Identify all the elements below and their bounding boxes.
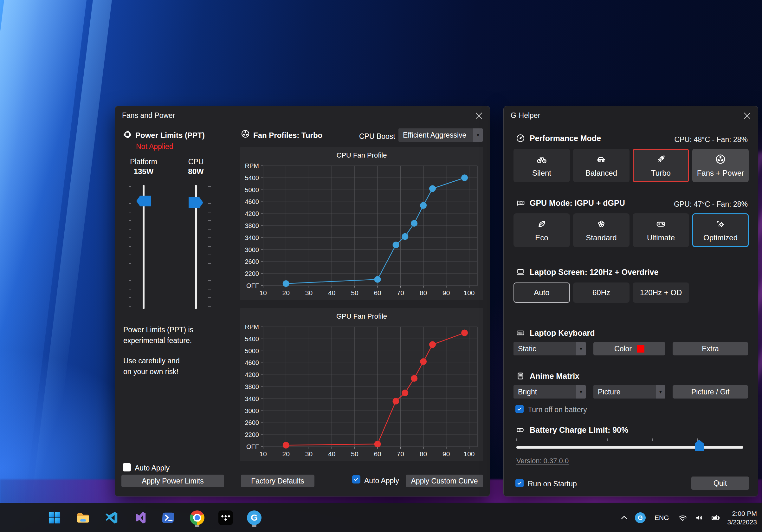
- svg-text:80: 80: [420, 289, 427, 296]
- apply-custom-curve-button[interactable]: Apply Custom Curve: [406, 475, 483, 487]
- file-explorer-button[interactable]: [73, 507, 93, 528]
- run-on-startup-checkbox[interactable]: [515, 479, 524, 487]
- mode-button-silent[interactable]: Silent: [513, 149, 570, 182]
- clock[interactable]: 2:00 PM 3/23/2023: [727, 509, 757, 526]
- platform-slider-thumb[interactable]: [136, 195, 151, 206]
- ghelper-taskbar-button[interactable]: G: [244, 507, 265, 528]
- chrome-button[interactable]: [187, 507, 207, 528]
- rocket-icon: [655, 153, 667, 165]
- chevron-up-icon[interactable]: [620, 514, 628, 521]
- chevron-down-icon[interactable]: ▼: [576, 385, 586, 399]
- laptop-icon: [516, 267, 525, 277]
- cpu-label: CPU: [174, 158, 218, 166]
- matrix-picture-gif-button[interactable]: Picture / Gif: [673, 385, 748, 399]
- gpu-button-label: Eco: [535, 233, 548, 242]
- matrix-grid-icon: [516, 371, 525, 381]
- power-limits-heading: Power Limits (PPT): [135, 131, 205, 140]
- terminal-button[interactable]: [159, 507, 179, 528]
- battery-heading-row: Battery Charge Limit: 90%: [516, 425, 628, 435]
- matrix-brightness-dropdown[interactable]: Bright ▼: [513, 385, 586, 399]
- screen-button-60hz[interactable]: 60Hz: [573, 282, 630, 303]
- chip-icon: [123, 130, 132, 139]
- wifi-icon[interactable]: [678, 513, 688, 522]
- slider-ticks: [129, 186, 131, 308]
- svg-text:20: 20: [282, 450, 290, 458]
- mode-button-turbo[interactable]: Turbo: [633, 149, 689, 182]
- note-text: experimental feature.: [123, 337, 192, 345]
- cpu-temp-status: CPU: 48°C - Fan: 28%: [674, 135, 748, 144]
- svg-text:30: 30: [305, 450, 313, 458]
- close-button[interactable]: [743, 111, 751, 120]
- leaf-icon: [536, 218, 547, 230]
- ghelper-tray-icon[interactable]: G: [635, 512, 646, 523]
- language-indicator[interactable]: ENG: [654, 514, 669, 521]
- tidal-button[interactable]: [215, 507, 236, 528]
- volume-icon[interactable]: [695, 513, 704, 522]
- auto-apply-checkbox[interactable]: [123, 463, 131, 472]
- cpu-fan-chart[interactable]: OFF220026003000340038004200460050005400R…: [243, 161, 481, 298]
- keyboard-mode-dropdown[interactable]: Static ▼: [513, 342, 586, 355]
- gpu-button-label: Standard: [586, 233, 617, 242]
- svg-text:3000: 3000: [245, 246, 259, 253]
- cpu-slider-thumb[interactable]: [189, 197, 203, 208]
- gpu-button-eco[interactable]: Eco: [513, 213, 570, 247]
- battery-heading: Battery Charge Limit: 90%: [530, 425, 628, 435]
- platform-value: 135W: [121, 167, 166, 176]
- battery-slider-track[interactable]: [516, 446, 743, 449]
- close-button[interactable]: [475, 111, 483, 120]
- svg-text:70: 70: [397, 450, 404, 458]
- ghelper-icon: G: [247, 510, 262, 525]
- auto-apply-label: Auto Apply: [135, 464, 170, 472]
- screen-button-label: Auto: [534, 288, 549, 297]
- running-indicator: [252, 525, 257, 527]
- matrix-mode-dropdown[interactable]: Picture ▼: [593, 385, 665, 399]
- mode-button-balanced[interactable]: Balanced: [573, 149, 630, 182]
- chevron-down-icon[interactable]: ▼: [576, 342, 586, 355]
- version-link[interactable]: Version: 0.37.0.0: [516, 457, 569, 465]
- factory-defaults-button[interactable]: Factory Defaults: [241, 475, 314, 487]
- mode-button-label: Silent: [532, 169, 551, 178]
- mode-button-label: Balanced: [585, 169, 617, 178]
- visual-studio-button[interactable]: [130, 507, 150, 528]
- start-button[interactable]: [44, 507, 65, 528]
- cpu-fan-chart-panel: CPU Fan Profile OFF220026003000340038004…: [240, 147, 483, 300]
- cpu-slider[interactable]: [179, 185, 213, 309]
- svg-text:4600: 4600: [245, 359, 259, 366]
- gpu-button-optimized[interactable]: Optimized: [692, 213, 749, 247]
- svg-text:40: 40: [328, 289, 335, 296]
- platform-slider[interactable]: [126, 185, 161, 309]
- svg-text:10: 10: [259, 450, 267, 458]
- svg-text:3400: 3400: [245, 234, 259, 241]
- gpu-fan-chart[interactable]: OFF220026003000340038004200460050005400R…: [243, 323, 481, 459]
- screen-button-label: 120Hz + OD: [640, 288, 682, 297]
- apply-power-limits-button[interactable]: Apply Power Limits: [121, 475, 224, 487]
- cpu-boost-dropdown[interactable]: Efficient Aggressive ▼: [399, 128, 483, 142]
- screen-button-auto[interactable]: Auto: [513, 282, 570, 303]
- battery-tray-icon[interactable]: [711, 513, 721, 522]
- matrix-brightness-value: Bright: [513, 385, 576, 399]
- vscode-button[interactable]: [102, 507, 122, 528]
- color-swatch: [637, 345, 645, 352]
- vscode-icon: [104, 510, 119, 525]
- turn-off-on-battery-checkbox[interactable]: [515, 405, 524, 413]
- speedometer-icon: [516, 133, 525, 143]
- keyboard-extra-button[interactable]: Extra: [673, 342, 748, 355]
- gpu-button-ultimate[interactable]: Ultimate: [633, 213, 689, 247]
- curve-auto-apply-checkbox[interactable]: [352, 475, 360, 484]
- chevron-down-icon[interactable]: ▼: [473, 128, 483, 142]
- gpu-temp-status: GPU: 47°C - Fan: 28%: [674, 200, 748, 209]
- mode-button-fans-power[interactable]: Fans + Power: [692, 149, 749, 182]
- keyboard-color-button[interactable]: Color: [593, 342, 665, 355]
- svg-text:OFF: OFF: [246, 443, 259, 450]
- chevron-down-icon[interactable]: ▼: [656, 385, 665, 399]
- screen-heading-row: Laptop Screen: 120Hz + Overdrive: [516, 267, 658, 277]
- battery-slider-thumb[interactable]: [695, 440, 704, 451]
- gpu-heading-row: GPU Mode: iGPU + dGPU: [516, 198, 625, 208]
- gpu-button-standard[interactable]: Standard: [573, 213, 630, 247]
- svg-text:4200: 4200: [245, 210, 259, 217]
- quit-button[interactable]: Quit: [691, 477, 749, 490]
- screen-button-120hz-od[interactable]: 120Hz + OD: [633, 282, 689, 303]
- gpu-chart-title: GPU Fan Profile: [240, 312, 483, 321]
- note-text: Use carefully and: [123, 357, 180, 365]
- visual-studio-icon: [133, 510, 147, 525]
